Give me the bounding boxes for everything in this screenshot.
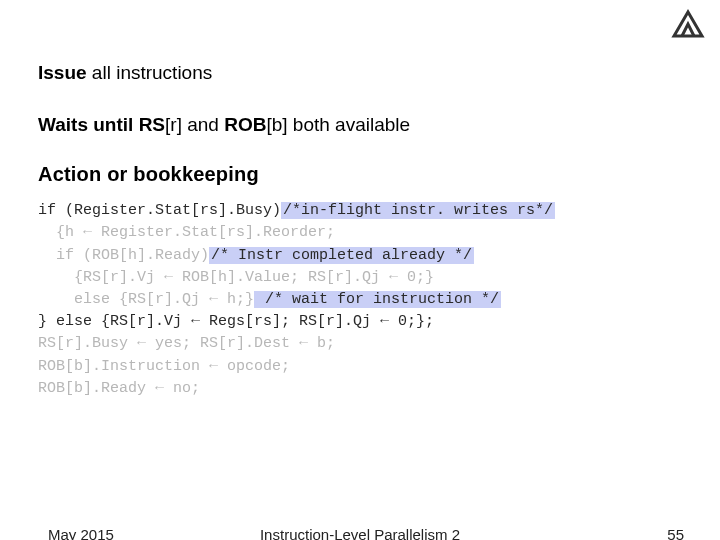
heading-waits-b: [b]	[266, 114, 287, 135]
heading-waits-tail: both available	[288, 114, 411, 135]
footer-title: Instruction-Level Parallelism 2	[0, 526, 720, 540]
footer-page-number: 55	[667, 526, 684, 540]
code-line-4: {RS[r].Vj ← ROB[h].Value; RS[r].Qj ← 0;}	[38, 269, 434, 286]
heading-issue: Issue all instructions	[38, 60, 682, 86]
slide-content: Issue all instructions Waits until RS[r]…	[0, 0, 720, 400]
code-line-3a: if (ROB[h].Ready)	[38, 247, 209, 264]
institution-logo	[668, 6, 708, 42]
code-line-7: RS[r].Busy ← yes; RS[r].Dest ← b;	[38, 335, 335, 352]
heading-waits-r: [r]	[165, 114, 182, 135]
heading-waits-lead: Waits until	[38, 114, 139, 135]
code-comment-3: /* wait for instruction */	[254, 291, 501, 308]
code-line-9: ROB[b].Ready ← no;	[38, 380, 200, 397]
pseudocode-block: if (Register.Stat[rs].Busy)/*in-flight i…	[38, 200, 682, 400]
code-line-2: {h ← Register.Stat[rs].Reorder;	[38, 224, 335, 241]
heading-waits-rob: ROB	[224, 114, 266, 135]
heading-issue-rest: all instructions	[87, 62, 213, 83]
heading-waits: Waits until RS[r] and ROB[b] both availa…	[38, 112, 682, 138]
heading-issue-bold: Issue	[38, 62, 87, 83]
section-action-bookkeeping: Action or bookkeeping	[38, 163, 682, 186]
code-comment-1: /*in-flight instr. writes rs*/	[281, 202, 555, 219]
heading-waits-mid: and	[182, 114, 224, 135]
heading-waits-rs: RS	[139, 114, 165, 135]
code-line-1a: if (Register.Stat[rs].Busy)	[38, 202, 281, 219]
code-line-5a: else {RS[r].Qj ← h;}	[38, 291, 254, 308]
code-line-6: } else {RS[r].Vj ← Regs[rs]; RS[r].Qj ← …	[38, 313, 434, 330]
code-comment-2: /* Instr completed already */	[209, 247, 474, 264]
code-line-8: ROB[b].Instruction ← opcode;	[38, 358, 290, 375]
